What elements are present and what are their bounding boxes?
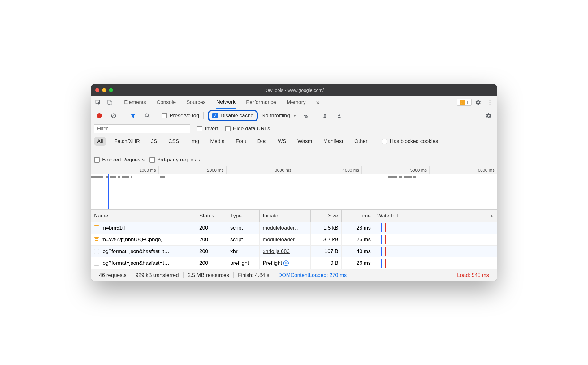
status-dcl: DOMContentLoaded: 270 ms — [274, 272, 351, 278]
col-name[interactable]: Name — [91, 210, 196, 222]
type-ws[interactable]: WS — [275, 137, 289, 146]
preserve-log-label: Preserve log — [170, 113, 199, 119]
inspect-icon[interactable] — [93, 97, 103, 108]
type-js[interactable]: JS — [148, 137, 160, 146]
file-type-icon — [94, 249, 99, 254]
activity-mark — [160, 176, 165, 178]
type-doc[interactable]: Doc — [254, 137, 270, 146]
more-tabs-button[interactable]: » — [316, 96, 320, 109]
kebab-menu-icon[interactable]: ⋮ — [485, 97, 495, 108]
filter-input[interactable] — [94, 124, 190, 133]
cell-size: 3.7 kB — [311, 234, 342, 245]
cell-status: 200 — [196, 257, 227, 269]
activity-mark — [404, 176, 412, 178]
cell-type: script — [227, 234, 260, 245]
table-body: m=bm51tf200scriptmoduleloader…1.5 kB28 m… — [91, 222, 497, 269]
type-media[interactable]: Media — [207, 137, 227, 146]
third-party-label: 3rd-party requests — [158, 157, 200, 163]
table-row[interactable]: m=Wt6vjf,hhhU8,FCpbqb,…200scriptmodulelo… — [91, 234, 497, 246]
timeline-body — [91, 174, 497, 209]
tick: 6000 ms — [429, 166, 497, 174]
col-status[interactable]: Status — [196, 210, 227, 222]
close-window-button[interactable] — [95, 88, 99, 92]
initiator-link[interactable]: xhrio.js:683 — [263, 248, 290, 255]
cell-waterfall — [374, 257, 497, 269]
cell-initiator: xhrio.js:683 — [260, 246, 311, 257]
table-row[interactable]: log?format=json&hasfast=t…200xhrxhrio.js… — [91, 246, 497, 257]
type-all[interactable]: All — [94, 137, 106, 146]
hide-data-urls-checkbox[interactable]: Hide data URLs — [225, 126, 270, 132]
col-type[interactable]: Type — [227, 210, 260, 222]
cell-type: preflight — [227, 257, 260, 269]
throttling-select[interactable]: No throttling ▼ — [262, 113, 296, 119]
activity-mark — [122, 176, 129, 178]
zoom-window-button[interactable] — [109, 88, 113, 92]
initiator-link[interactable]: moduleloader… — [263, 237, 300, 243]
search-icon[interactable] — [142, 110, 153, 121]
cell-size: 1.5 kB — [311, 222, 342, 234]
status-bar: 46 requests 929 kB transferred 2.5 MB re… — [91, 269, 497, 281]
col-waterfall[interactable]: Waterfall ▲ — [374, 210, 497, 222]
invert-checkbox[interactable]: Invert — [197, 126, 218, 132]
table-row[interactable]: log?format=json&hasfast=t…200preflightPr… — [91, 257, 497, 269]
initiator-text: Preflight — [263, 260, 282, 266]
import-har-icon[interactable] — [320, 110, 330, 121]
third-party-checkbox[interactable]: 3rd-party requests — [149, 157, 200, 163]
cell-time: 40 ms — [342, 246, 374, 257]
col-size[interactable]: Size — [311, 210, 342, 222]
type-manifest[interactable]: Manifest — [320, 137, 346, 146]
disable-cache-label: Disable cache — [220, 113, 253, 119]
blocked-requests-checkbox[interactable]: Blocked Requests — [94, 157, 145, 163]
tick: 4000 ms — [294, 166, 361, 174]
col-initiator[interactable]: Initiator — [260, 210, 311, 222]
type-wasm[interactable]: Wasm — [294, 137, 315, 146]
file-type-icon — [94, 237, 99, 242]
initiator-link[interactable]: moduleloader… — [263, 225, 300, 231]
activity-mark — [91, 176, 103, 178]
preserve-log-checkbox[interactable]: Preserve log — [162, 113, 199, 119]
issues-badge[interactable]: ! 1 — [457, 99, 472, 106]
cell-initiator: Preflight⇅ — [260, 257, 311, 269]
svg-line-4 — [112, 114, 115, 117]
tab-sources[interactable]: Sources — [186, 97, 206, 108]
export-har-icon[interactable] — [334, 110, 344, 121]
tab-console[interactable]: Console — [156, 97, 176, 108]
devtools-window: DevTools - www.google.com/ Elements Cons… — [91, 84, 497, 281]
device-toggle-icon[interactable] — [105, 97, 115, 108]
activity-mark — [399, 176, 402, 178]
svg-rect-9 — [338, 117, 340, 118]
window-title: DevTools - www.google.com/ — [91, 88, 497, 93]
table-row[interactable]: m=bm51tf200scriptmoduleloader…1.5 kB28 m… — [91, 222, 497, 234]
minimize-window-button[interactable] — [102, 88, 106, 92]
record-button[interactable] — [94, 110, 105, 121]
separator — [117, 99, 117, 106]
tick: 2000 ms — [158, 166, 226, 174]
timeline-overview[interactable]: 1000 ms 2000 ms 3000 ms 4000 ms 5000 ms … — [91, 166, 497, 210]
cell-waterfall — [374, 246, 497, 257]
tab-performance[interactable]: Performance — [245, 97, 277, 108]
tab-elements[interactable]: Elements — [123, 97, 147, 108]
tab-network[interactable]: Network — [216, 96, 236, 109]
request-name: log?format=json&hasfast=t… — [102, 248, 169, 255]
type-css[interactable]: CSS — [165, 137, 182, 146]
type-font[interactable]: Font — [233, 137, 249, 146]
tick: 5000 ms — [361, 166, 429, 174]
disable-cache-checkbox[interactable]: Disable cache — [212, 113, 253, 119]
cell-status: 200 — [196, 246, 227, 257]
network-conditions-icon[interactable] — [300, 110, 311, 121]
type-img[interactable]: Img — [187, 137, 202, 146]
type-fetch-xhr[interactable]: Fetch/XHR — [111, 137, 143, 146]
tab-memory[interactable]: Memory — [286, 97, 306, 108]
settings-icon[interactable] — [473, 97, 483, 108]
network-settings-icon[interactable] — [483, 110, 494, 121]
disable-cache-highlight: Disable cache — [208, 110, 258, 121]
main-tabbar: Elements Console Sources Network Perform… — [91, 96, 497, 109]
status-resources: 2.5 MB resources — [184, 272, 234, 278]
type-other[interactable]: Other — [351, 137, 371, 146]
filter-toggle-icon[interactable] — [128, 110, 138, 121]
cell-type: xhr — [227, 246, 260, 257]
file-type-icon — [94, 225, 99, 230]
col-time[interactable]: Time — [342, 210, 374, 222]
clear-button[interactable] — [108, 110, 119, 121]
has-blocked-cookies-checkbox[interactable]: Has blocked cookies — [382, 138, 438, 144]
